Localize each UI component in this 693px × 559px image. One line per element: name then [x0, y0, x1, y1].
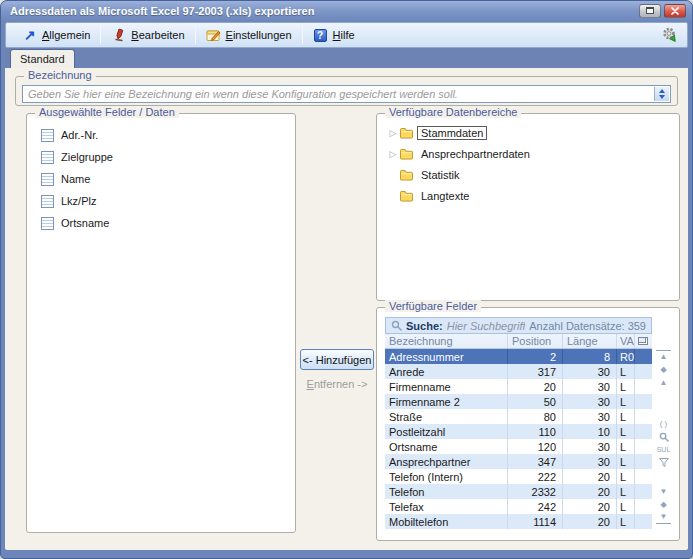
cell-spacer: [635, 424, 651, 439]
table-field-icon: [41, 173, 54, 186]
table-row[interactable]: Firmenname 2 50 30 L: [385, 394, 652, 409]
selected-field-label: Zielgruppe: [61, 151, 113, 163]
filter-icon[interactable]: [656, 456, 671, 469]
cell-laenge: 10: [563, 424, 617, 439]
cell-position: 222: [508, 469, 563, 484]
table-row[interactable]: Telefon 2332 20 L: [385, 484, 652, 499]
maximize-button[interactable]: [639, 4, 661, 18]
cell-spacer: [635, 409, 651, 424]
fields-table: Bezeichnung Position Länge VA Adressnumm…: [385, 334, 652, 529]
selected-field-item[interactable]: Zielgruppe: [41, 146, 295, 168]
tree-item[interactable]: ▷ Langtexte: [387, 185, 679, 206]
tab-standard[interactable]: Standard: [10, 49, 75, 68]
selected-fields-list: Adr.-Nr. Zielgruppe Name Lkz/Plz Ortsnam…: [27, 114, 295, 234]
toolbar-item-label: Allgemein: [42, 29, 90, 41]
toolbar-right: [661, 26, 679, 44]
tree-item[interactable]: ▷ Statistik: [387, 164, 679, 185]
toolbar-separator: [302, 26, 303, 44]
tab-label: Standard: [20, 53, 65, 65]
move-down-icon[interactable]: ◆: [656, 498, 671, 511]
selected-field-item[interactable]: Adr.-Nr.: [41, 124, 295, 146]
toolbar-item-allgemein[interactable]: ↗ Allgemein: [14, 26, 98, 45]
table-row[interactable]: Anrede 317 30 L: [385, 364, 652, 379]
remove-button[interactable]: Entfernen ->: [300, 378, 374, 390]
expand-arrow-icon[interactable]: ▷: [387, 128, 399, 138]
table-row[interactable]: Telefon (Intern) 222 20 L: [385, 469, 652, 484]
header-va[interactable]: VA: [617, 334, 635, 348]
toolbar-item-label: Bearbeiten: [131, 29, 184, 41]
cell-spacer: [635, 364, 651, 379]
selected-field-label: Ortsname: [61, 217, 109, 229]
cell-bezeichnung: Anrede: [385, 364, 508, 379]
cell-va: L: [617, 439, 635, 454]
toolbar-item-hilfe[interactable]: ? Hilfe: [305, 26, 363, 45]
toolbar-item-label: Hilfe: [333, 29, 355, 41]
header-icon-cell[interactable]: [635, 334, 651, 348]
table-row[interactable]: Straße 80 30 L: [385, 409, 652, 424]
parentheses-icon[interactable]: ( ): [656, 417, 671, 430]
folder-icon: [399, 169, 417, 181]
close-button[interactable]: [664, 4, 686, 18]
table-row[interactable]: Mobiltelefon 1114 20 L: [385, 514, 652, 529]
bezeichnung-group: Bezeichnung Geben Sie hier eine Bezeichn…: [15, 76, 678, 106]
field-search-bar[interactable]: Suche: Hier Suchbegriff eingebe Anzahl D…: [385, 317, 652, 334]
toolbar-items: ↗ Allgemein Bearbeiten Einstellungen ? H…: [14, 23, 363, 47]
scroll-top-icon[interactable]: ▲: [656, 350, 671, 363]
table-row[interactable]: Firmenname 20 30 L: [385, 379, 652, 394]
tree-item[interactable]: ▷ Ansprechpartnerdaten: [387, 143, 679, 164]
spinner-up-icon: [659, 89, 665, 93]
table-row[interactable]: Ansprechpartner 347 30 L: [385, 454, 652, 469]
page-down-icon[interactable]: ▼: [656, 485, 671, 498]
table-field-icon: [41, 217, 54, 230]
selected-field-item[interactable]: Name: [41, 168, 295, 190]
search-label: Suche:: [406, 320, 443, 332]
bezeichnung-group-label: Bezeichnung: [24, 69, 96, 81]
scroll-bottom-icon[interactable]: ▼: [656, 511, 671, 524]
table-row[interactable]: Adressnummer 2 8 R0: [385, 349, 652, 364]
combobox-spinner-icon[interactable]: [654, 87, 669, 101]
expand-arrow-icon[interactable]: ▷: [387, 149, 399, 159]
folder-icon: [399, 190, 417, 202]
cell-laenge: 8: [563, 349, 617, 364]
find-icon[interactable]: [656, 430, 671, 443]
table-row[interactable]: Ortsname 120 30 L: [385, 439, 652, 454]
bezeichnung-placeholder: Geben Sie hier eine Bezeichnung ein wenn…: [28, 88, 458, 100]
toolbar-item-label: Einstellungen: [226, 29, 292, 41]
fields-table-header[interactable]: Bezeichnung Position Länge VA: [385, 334, 652, 349]
cell-position: 20: [508, 379, 563, 394]
data-areas-group-label: Verfügbare Datenbereiche: [385, 106, 521, 118]
cell-laenge: 30: [563, 394, 617, 409]
cell-va: L: [617, 424, 635, 439]
page-up-icon[interactable]: ▲: [656, 376, 671, 389]
add-button[interactable]: <- Hinzufügen: [300, 349, 374, 370]
help-icon: ?: [313, 28, 328, 43]
tree-item[interactable]: ▷ Stammdaten: [387, 122, 679, 143]
toolbar-item-bearbeiten[interactable]: Bearbeiten: [103, 26, 192, 45]
selected-field-label: Lkz/Plz: [61, 195, 96, 207]
header-laenge[interactable]: Länge: [563, 334, 617, 348]
toolbar-item-einstellungen[interactable]: Einstellungen: [198, 26, 300, 45]
export-gear-icon[interactable]: [661, 26, 679, 44]
move-up-icon[interactable]: ◆: [656, 363, 671, 376]
tabstrip: Standard: [5, 48, 688, 68]
tree-item-label: Ansprechpartnerdaten: [417, 147, 534, 161]
selected-field-item[interactable]: Ortsname: [41, 212, 295, 234]
content-panel: Bezeichnung Geben Sie hier eine Bezeichn…: [5, 68, 688, 550]
cell-position: 2332: [508, 484, 563, 499]
cell-spacer: [635, 379, 651, 394]
cell-position: 80: [508, 409, 563, 424]
cell-va: L: [617, 499, 635, 514]
cell-laenge: 30: [563, 409, 617, 424]
table-row[interactable]: Postleitzahl 110 10 L: [385, 424, 652, 439]
bezeichnung-combobox[interactable]: Geben Sie hier eine Bezeichnung ein wenn…: [22, 85, 671, 103]
selected-field-label: Adr.-Nr.: [61, 129, 98, 141]
selected-field-item[interactable]: Lkz/Plz: [41, 190, 295, 212]
header-position[interactable]: Position: [508, 334, 563, 348]
sum-icon[interactable]: SUL: [656, 443, 671, 456]
cell-spacer: [635, 394, 651, 409]
cell-spacer: [635, 454, 651, 469]
cell-bezeichnung: Mobiltelefon: [385, 514, 508, 529]
header-bezeichnung[interactable]: Bezeichnung: [385, 334, 508, 348]
table-row[interactable]: Telefax 242 20 L: [385, 499, 652, 514]
cell-laenge: 30: [563, 379, 617, 394]
